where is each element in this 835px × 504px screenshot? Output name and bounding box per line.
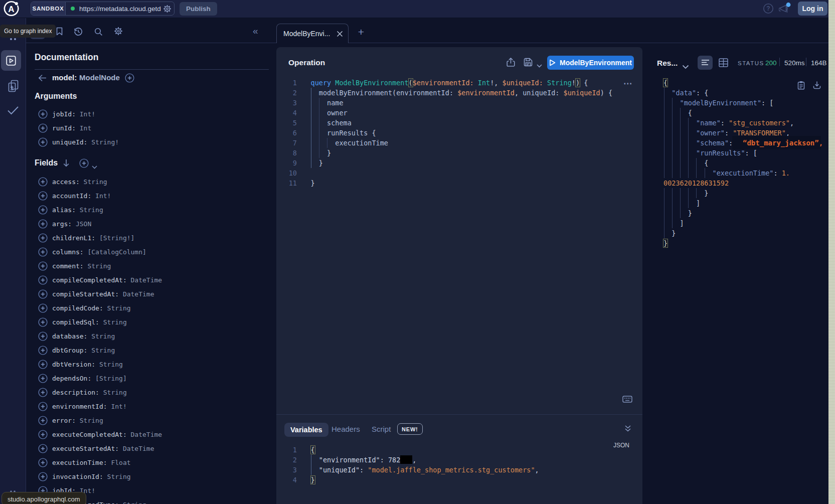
field-name[interactable]: compiledCode: [52,304,103,312]
save-icon[interactable] [524,58,533,69]
field-name[interactable]: compiledSql: [52,318,99,326]
save-menu-chevron-icon[interactable] [537,61,542,70]
response-json-view[interactable]: { "data": { "modelByEnvironment": [ { "n… [642,78,828,248]
run-operation-button[interactable]: ModelByEnvironment [547,56,634,70]
field-name[interactable]: error: [52,417,76,424]
add-field-icon[interactable] [38,289,48,299]
field-name[interactable]: runId: [52,124,76,132]
field-type[interactable]: String [103,304,131,312]
field-type[interactable]: Int! [91,192,111,200]
operation-editor[interactable]: 1query ModelByEnvironment($environmentId… [276,78,642,188]
field-type[interactable]: String [99,318,127,326]
field-type[interactable]: [String] [91,375,126,382]
field-name[interactable]: invocationId: [52,473,103,480]
field-name[interactable]: description: [52,389,99,396]
field-type[interactable]: JSON [72,220,91,228]
field-name[interactable]: executionTime: [52,459,107,466]
operation-options-ellipsis[interactable]: ⋯ [623,78,632,89]
field-name[interactable]: comment: [52,262,84,270]
add-field-icon[interactable] [38,109,48,119]
rail-item-checks[interactable] [0,105,26,115]
collapse-variables-icon[interactable] [624,425,631,434]
field-type[interactable]: String [80,178,107,186]
fields-sort-icon[interactable] [63,159,70,169]
add-field-icon[interactable] [38,331,48,341]
operation-tab[interactable]: ModelByEnvi... [276,24,349,43]
field-name[interactable]: dbtGroup: [52,347,87,354]
tab-variables[interactable]: Variables [284,423,328,437]
field-type[interactable]: Int! [107,403,127,410]
rail-item-collections[interactable] [0,79,26,93]
tab-script[interactable]: Script [372,425,391,433]
add-field-icon[interactable] [38,123,48,133]
field-name[interactable]: args: [52,220,72,228]
field-type[interactable]: Int [76,124,91,132]
field-name[interactable]: dbtVersion: [52,361,95,368]
add-field-icon[interactable] [38,346,48,355]
field-type[interactable]: String [76,206,103,214]
field-type[interactable]: Float [107,459,131,466]
field-type[interactable]: [CatalogColumn] [84,248,146,256]
tab-close-icon[interactable] [337,31,343,37]
response-menu-chevron-icon[interactable] [682,62,689,71]
help-icon[interactable]: ? [763,3,774,14]
response-view-json-button[interactable] [698,56,713,70]
add-field-icon[interactable] [38,191,48,201]
publish-button[interactable]: Publish [180,2,217,16]
add-field-icon[interactable] [38,247,48,257]
field-type[interactable]: DateTime [119,445,154,452]
add-field-icon[interactable] [38,177,48,187]
field-type[interactable]: DateTime [119,290,154,298]
field-type[interactable]: String [119,501,146,504]
field-name[interactable]: database: [52,332,87,340]
doc-settings-icon[interactable] [114,27,123,38]
add-field-icon[interactable] [38,205,48,215]
add-field-icon[interactable] [38,233,48,243]
apollo-logo-icon[interactable]: A [3,1,20,17]
field-name[interactable]: compileCompletedAt: [52,276,127,284]
add-field-icon[interactable] [38,317,48,327]
back-arrow-icon[interactable] [38,74,47,84]
add-field-icon[interactable] [38,303,48,313]
field-name[interactable]: dependsOn: [52,375,91,382]
keyboard-shortcuts-icon[interactable] [622,396,632,405]
add-field-icon[interactable] [38,219,48,229]
share-icon[interactable] [507,58,515,69]
field-name[interactable]: alias: [52,206,76,214]
rail-item-explorer[interactable] [1,50,21,71]
add-field-icon[interactable] [38,458,48,467]
sandbox-badge[interactable]: SANDBOX [31,2,66,15]
new-tab-button[interactable]: + [356,27,367,39]
field-type[interactable]: [String!] [95,234,134,242]
endpoint-url-input[interactable]: https://metadata.cloud.getd [79,5,162,13]
add-all-fields-button[interactable] [79,158,89,170]
add-field-icon[interactable] [38,374,48,383]
bookmark-icon[interactable] [56,27,63,38]
field-name[interactable]: uniqueId: [52,138,87,146]
field-name[interactable]: accountId: [52,192,91,200]
field-type[interactable]: DateTime [127,431,162,438]
endpoint-settings-icon[interactable] [163,5,172,13]
breadcrumb-type-name[interactable]: ModelNode [79,73,120,82]
announcements-icon[interactable] [779,3,792,15]
add-field-icon[interactable] [38,444,48,453]
field-type[interactable]: Int! [76,110,95,118]
field-name[interactable]: compileStartedAt: [52,290,119,298]
field-type[interactable]: String [76,417,103,424]
field-type[interactable]: String [87,332,115,340]
history-icon[interactable] [74,27,83,38]
variables-editor[interactable]: 1{2 "environmentId": 782,3 "uniqueId": "… [276,445,642,485]
field-type[interactable]: String [95,361,123,368]
field-type[interactable]: String [99,389,127,396]
fields-menu-chevron-icon[interactable] [92,162,97,171]
search-icon[interactable] [94,28,103,38]
field-type[interactable]: String! [87,138,119,146]
add-field-icon[interactable] [38,261,48,271]
field-type[interactable]: DateTime [127,276,162,284]
add-field-icon[interactable] [38,430,48,439]
add-field-icon[interactable] [38,275,48,285]
field-name[interactable]: executeCompletedAt: [52,431,127,438]
add-field-icon[interactable] [38,416,48,425]
field-name[interactable]: access: [52,178,80,186]
field-type[interactable]: String [87,347,115,354]
